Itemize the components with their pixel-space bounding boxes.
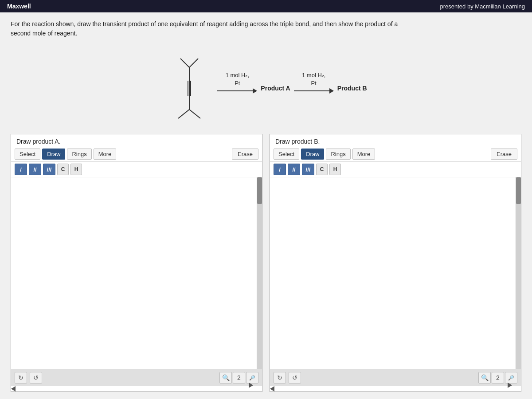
carbon-btn-b[interactable]: C bbox=[316, 164, 328, 175]
zoom-in-btn-b[interactable]: 🔍 bbox=[478, 372, 491, 383]
draw-panel-a: Draw product A. Select Draw Rings More E… bbox=[11, 134, 262, 392]
starting-molecule bbox=[165, 54, 214, 121]
zoom-in-btn-a[interactable]: 🔍 bbox=[219, 372, 232, 383]
arrow-line-1 bbox=[217, 88, 257, 94]
rings-btn-b[interactable]: Rings bbox=[326, 149, 350, 160]
reaction-arrow-1: 1 mol H₂, Pt bbox=[217, 71, 257, 94]
publisher-label: presented by Macmillan Learning bbox=[440, 3, 525, 10]
product-a-area: Product A bbox=[261, 83, 290, 92]
triple-bond-btn-a[interactable]: /// bbox=[43, 164, 55, 175]
more-btn-a[interactable]: More bbox=[94, 149, 117, 160]
reagent1-label: 1 mol H₂, Pt bbox=[226, 71, 249, 87]
arrow-shaft-2 bbox=[294, 90, 329, 91]
instruction-text: For the reaction shown, draw the transie… bbox=[11, 20, 410, 38]
molecule-svg bbox=[165, 54, 214, 121]
carbon-btn-a[interactable]: C bbox=[57, 164, 69, 175]
panel-b-scrollbar[interactable] bbox=[516, 177, 521, 369]
panel-b-zoom-group: 🔍 2 🔎 bbox=[478, 372, 517, 383]
svg-line-1 bbox=[180, 59, 189, 67]
panel-a-next-icon bbox=[249, 383, 253, 388]
redo-btn-b[interactable]: ↺ bbox=[289, 372, 301, 383]
undo-btn-b[interactable]: ↻ bbox=[274, 372, 286, 383]
panel-b-prev-icon bbox=[270, 386, 274, 391]
draw-btn-b[interactable]: Draw bbox=[301, 149, 324, 160]
reagent2-label: 1 mol H₂, Pt bbox=[302, 71, 325, 87]
panel-b-footer: ↻ ↺ 🔍 2 🔎 bbox=[270, 369, 521, 386]
product-b-label: Product B bbox=[337, 85, 367, 92]
panel-a-bond-toolbar: / // /// C H bbox=[11, 162, 262, 177]
single-bond-btn-a[interactable]: / bbox=[15, 164, 27, 175]
hydrogen-btn-b[interactable]: H bbox=[329, 164, 341, 175]
double-bond-btn-b[interactable]: // bbox=[288, 164, 300, 175]
draw-panel-b: Draw product B. Select Draw Rings More E… bbox=[270, 134, 521, 392]
hydrogen-btn-a[interactable]: H bbox=[70, 164, 82, 175]
zoom-out-btn-a[interactable]: 🔎 bbox=[246, 372, 258, 383]
panel-a-canvas[interactable] bbox=[11, 177, 262, 369]
product-a-label: Product A bbox=[261, 85, 290, 92]
panel-a-footer: ↻ ↺ 🔍 2 🔎 bbox=[11, 369, 262, 386]
more-btn-b[interactable]: More bbox=[352, 149, 376, 160]
double-bond-btn-a[interactable]: // bbox=[29, 164, 41, 175]
reaction-arrow-2: 1 mol H₂, Pt bbox=[294, 71, 334, 94]
panel-b-bond-toolbar: / // /// C H bbox=[270, 162, 521, 177]
zoom-reset-btn-b[interactable]: 2 bbox=[492, 372, 504, 383]
panel-b-canvas[interactable] bbox=[270, 177, 521, 369]
arrow-head-1 bbox=[253, 88, 257, 94]
panel-b-title: Draw product B. bbox=[270, 134, 521, 147]
draw-btn-a[interactable]: Draw bbox=[42, 149, 65, 160]
zoom-reset-btn-a[interactable]: 2 bbox=[233, 372, 245, 383]
rings-btn-a[interactable]: Rings bbox=[67, 149, 91, 160]
panel-a-zoom-group: 🔍 2 🔎 bbox=[219, 372, 258, 383]
select-btn-b[interactable]: Select bbox=[274, 149, 299, 160]
zoom-out-btn-b[interactable]: 🔎 bbox=[505, 372, 517, 383]
svg-line-0 bbox=[189, 59, 198, 67]
single-bond-btn-b[interactable]: / bbox=[274, 164, 286, 175]
arrow-head-2 bbox=[329, 88, 334, 94]
undo-btn-a[interactable]: ↻ bbox=[15, 372, 27, 383]
triple-bond-btn-b[interactable]: /// bbox=[302, 164, 314, 175]
svg-line-7 bbox=[178, 110, 189, 118]
panel-a-title: Draw product A. bbox=[11, 134, 262, 147]
panel-a-scrollbar-thumb bbox=[257, 177, 262, 204]
top-bar: Maxwell presented by Macmillan Learning bbox=[0, 0, 532, 12]
svg-line-8 bbox=[189, 110, 200, 118]
panel-b-toolbar: Select Draw Rings More Erase bbox=[270, 147, 521, 162]
main-content: For the reaction shown, draw the transie… bbox=[0, 12, 532, 399]
arrow-shaft-1 bbox=[217, 90, 253, 91]
product-b-area: Product B bbox=[337, 83, 367, 92]
erase-btn-b[interactable]: Erase bbox=[491, 149, 517, 160]
redo-btn-a[interactable]: ↺ bbox=[30, 372, 42, 383]
panel-a-toolbar: Select Draw Rings More Erase bbox=[11, 147, 262, 162]
panel-b-scrollbar-thumb bbox=[516, 177, 521, 204]
erase-btn-a[interactable]: Erase bbox=[232, 149, 258, 160]
panel-a-prev-icon bbox=[11, 386, 16, 391]
draw-panels: Draw product A. Select Draw Rings More E… bbox=[11, 134, 521, 392]
brand-label: Maxwell bbox=[7, 3, 31, 10]
panel-a-scrollbar[interactable] bbox=[257, 177, 262, 369]
panel-b-prev-area bbox=[270, 386, 521, 391]
reaction-diagram: 1 mol H₂, Pt Product A 1 mol H₂, Pt bbox=[11, 54, 521, 121]
select-btn-a[interactable]: Select bbox=[15, 149, 40, 160]
arrow-line-2 bbox=[294, 88, 334, 94]
